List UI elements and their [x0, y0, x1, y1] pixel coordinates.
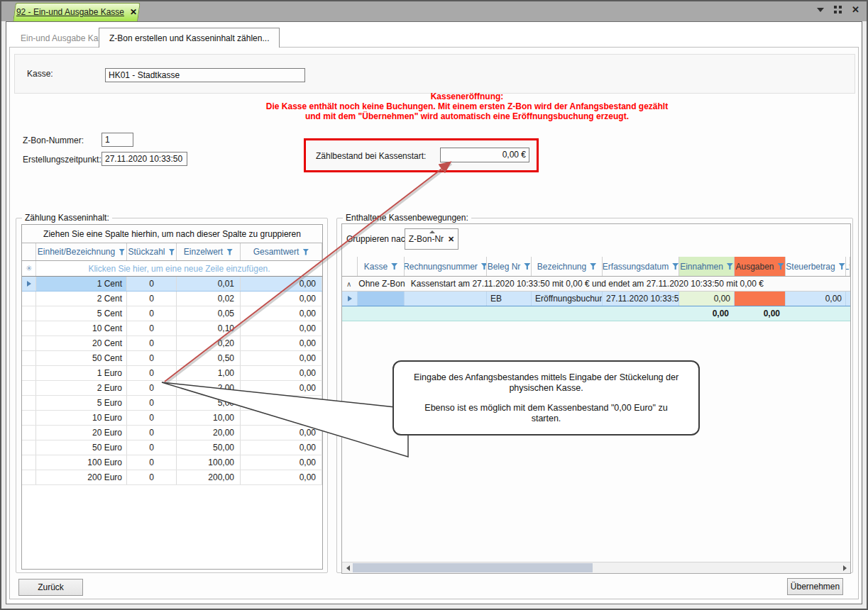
column-header-lf[interactable]: Lf: [846, 257, 850, 276]
chevron-down-icon[interactable]: [817, 8, 824, 12]
cell-rechnungsnummer[interactable]: [405, 292, 487, 306]
collapse-icon[interactable]: ∧: [346, 280, 351, 288]
scroll-right-button[interactable]: [839, 562, 850, 573]
group-by-panel: Gruppieren nach: Z-Bon-Nr ✕: [342, 224, 850, 257]
current-row-icon: [27, 281, 31, 287]
group-chip-label: Z-Bon-Nr: [409, 234, 444, 244]
filter-icon[interactable]: [119, 249, 125, 255]
window-close-icon[interactable]: ✕: [852, 6, 859, 13]
filter-icon[interactable]: [778, 263, 784, 270]
filter-icon[interactable]: [481, 263, 487, 270]
column-header-einheit[interactable]: Einheit/Bezeichnung: [36, 243, 127, 260]
column-header-rechnungsnummer[interactable]: Rechnungsnummer: [405, 257, 487, 276]
table-row[interactable]: 50 Cent00,500,00: [22, 351, 322, 366]
group-by-hint[interactable]: Ziehen Sie eine Spalte hierhin, um nach …: [22, 225, 322, 243]
arrow-right-icon: [843, 565, 847, 571]
table-row[interactable]: 20 Cent00,200,00: [22, 336, 322, 351]
table-row[interactable]: 5 Cent00,050,00: [22, 306, 322, 321]
zbon-number-field[interactable]: 1: [101, 133, 133, 147]
cell-ausgaben[interactable]: [735, 292, 786, 306]
kasse-field[interactable]: HK01 - Stadtkasse: [105, 68, 305, 82]
denomination-grid: Ziehen Sie eine Spalte hierhin, um nach …: [21, 224, 323, 570]
tab-zbon-erstellen[interactable]: Z-Bon erstellen und Kasseninhalt zählen.…: [99, 28, 280, 48]
filter-icon[interactable]: [302, 249, 309, 255]
column-header-ausgaben[interactable]: Ausgaben: [735, 257, 786, 276]
filter-icon[interactable]: [672, 263, 679, 270]
table-row[interactable]: 200 Euro0200,000,00: [22, 470, 322, 485]
table-row[interactable]: 1 Cent00,010,00: [22, 277, 322, 292]
cell-beleg-nr[interactable]: EB: [487, 292, 532, 306]
document-tab-close-icon[interactable]: ✕: [130, 7, 137, 17]
zbon-number-label: Z-Bon-Nummer:: [23, 135, 84, 145]
row-header-cell: [342, 257, 358, 276]
table-row[interactable]: 1 Euro01,000,00: [22, 366, 322, 381]
table-row[interactable]: 5 Euro05,000,00: [22, 396, 322, 411]
filter-icon[interactable]: [391, 263, 397, 270]
group-row-title: Ohne Z-Bon: [358, 279, 405, 289]
table-row[interactable]: 100 Euro0100,000,00: [22, 455, 322, 470]
cell-lf[interactable]: [846, 292, 851, 306]
summary-einnahmen: 0,00: [679, 306, 735, 321]
window-layout-icon[interactable]: [834, 6, 842, 13]
group-chip-zbon-nr[interactable]: Z-Bon-Nr ✕: [405, 228, 458, 250]
movements-groupbox-title: Enthaltene Kassenbewegungen:: [343, 213, 471, 223]
denomination-grid-header: Einheit/Bezeichnung Stückzahl Einzelwert…: [22, 243, 322, 261]
main-window: Ein-und Ausgabe Kasse Z-Bon erstellen un…: [6, 21, 862, 604]
created-at-field[interactable]: 27.11.2020 10:33:50: [101, 152, 187, 166]
table-row[interactable]: 2 Cent00,020,00: [22, 292, 322, 306]
column-header-einzelwert[interactable]: Einzelwert: [177, 243, 241, 260]
tab-page: Kasse: HK01 - Stadtkasse Kasseneröffnung…: [9, 47, 859, 599]
table-row[interactable]: 2 Euro02,000,00: [22, 381, 322, 396]
table-row[interactable]: 50 Euro050,000,00: [22, 440, 322, 455]
sort-asc-icon: [429, 231, 435, 233]
notice-text: Kasseneröffnung: Die Kasse enthält noch …: [214, 92, 720, 121]
count-at-start-field[interactable]: 0,00 €: [440, 148, 529, 162]
table-row[interactable]: EB Eröffnungsbuchung 27.11.2020 10:33:50…: [342, 292, 850, 306]
scroll-left-button[interactable]: [342, 562, 353, 573]
scrollbar-thumb[interactable]: [353, 563, 593, 572]
column-header-gesamtwert[interactable]: Gesamtwert: [241, 243, 322, 260]
table-row[interactable]: 20 Euro020,000,00: [22, 426, 322, 440]
cell-einnahmen[interactable]: 0,00: [679, 292, 735, 306]
column-header-einnahmen[interactable]: Einnahmen: [679, 257, 735, 276]
filter-icon[interactable]: [226, 249, 233, 255]
apply-button[interactable]: Übernehmen: [787, 578, 843, 595]
column-header-beleg-nr[interactable]: Beleg Nr: [487, 257, 532, 276]
notice-line2: und mit dem "Übernehmen" wird automatisc…: [214, 111, 720, 121]
back-button[interactable]: Zurück: [18, 579, 83, 596]
cell-kasse[interactable]: [358, 292, 405, 306]
column-header-erfassungsdatum[interactable]: Erfassungsdatum: [603, 257, 679, 276]
group-row-ohne-zbon[interactable]: ∧ Ohne Z-Bon Kassenstart am 27.11.2020 1…: [342, 277, 850, 292]
column-header-steuerbetrag[interactable]: Steuerbetrag: [786, 257, 846, 276]
cell-erfassungsdatum[interactable]: 27.11.2020 10:33:50: [603, 292, 679, 306]
summary-row: 0,00 0,00: [342, 306, 850, 321]
document-tab[interactable]: 92 - Ein-und Ausgabe Kasse ✕: [14, 3, 139, 21]
column-header-kasse[interactable]: Kasse: [358, 257, 405, 276]
column-header-bezeichnung[interactable]: Bezeichnung: [532, 257, 603, 276]
table-row[interactable]: 10 Cent00,100,00: [22, 321, 322, 336]
count-cash-groupbox: Zählung Kasseninhalt: Ziehen Sie eine Sp…: [16, 218, 328, 573]
group-chip-close-icon[interactable]: ✕: [448, 235, 454, 244]
horizontal-scrollbar[interactable]: [342, 562, 850, 573]
filter-icon[interactable]: [590, 263, 596, 270]
row-indicator: [22, 277, 36, 291]
table-row[interactable]: 10 Euro010,000,00: [22, 411, 322, 426]
group-by-label: Gruppieren nach:: [346, 234, 412, 244]
filter-icon[interactable]: [727, 263, 733, 270]
count-at-start-label: Zählbestand bei Kassenstart:: [316, 151, 426, 161]
count-at-start-highlight-box: Zählbestand bei Kassenstart: 0,00 €: [304, 138, 539, 172]
notice-line1: Die Kasse enthält noch keine Buchungen. …: [214, 101, 720, 111]
document-tab-bar: 92 - Ein-und Ausgabe Kasse ✕ ✕: [0, 0, 868, 21]
filter-icon[interactable]: [169, 249, 175, 255]
cell-bezeichnung[interactable]: Eröffnungsbuchung: [532, 292, 603, 306]
grid-empty-area: [342, 321, 850, 562]
new-row[interactable]: ✳ Klicken Sie hier, um eine neue Zeile e…: [22, 261, 322, 277]
row-indicator: [342, 292, 358, 306]
new-row-hint[interactable]: Klicken Sie hier, um eine neue Zeile ein…: [36, 261, 322, 276]
summary-ausgaben: 0,00: [735, 306, 786, 321]
column-header-stueckzahl[interactable]: Stückzahl: [127, 243, 177, 260]
row-header-cell: [22, 243, 36, 260]
filter-icon[interactable]: [524, 263, 530, 270]
filter-icon[interactable]: [839, 263, 845, 270]
cell-steuerbetrag[interactable]: 0,00: [786, 292, 846, 306]
